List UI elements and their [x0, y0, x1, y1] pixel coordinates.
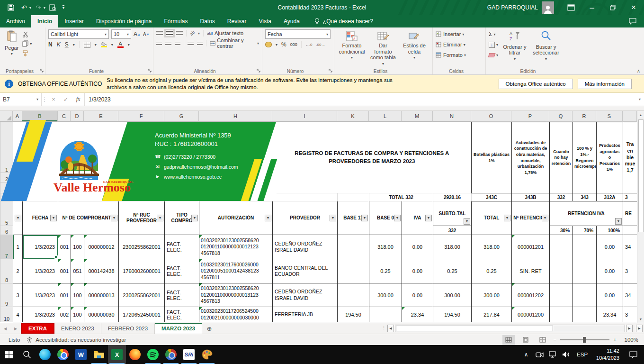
cell[interactable]: FACT. ELEC. — [165, 307, 199, 322]
zoom-out-icon[interactable]: − — [554, 337, 557, 343]
tab-revisar[interactable]: Revisar — [221, 15, 253, 27]
format-as-table-button[interactable]: Dar formato como tabla▾ — [368, 29, 398, 67]
filter-button[interactable]: ▼ — [425, 215, 432, 221]
sheet-nav-right-icon[interactable]: ▶ — [10, 323, 21, 334]
cell[interactable]: FERRETERIA JB — [273, 307, 338, 322]
cell[interactable]: 001 — [58, 283, 71, 307]
code-clipped[interactable]: 3 — [623, 193, 637, 201]
cell[interactable]: 34 — [623, 283, 637, 307]
header-index[interactable]: ▼ — [13, 201, 23, 235]
tab-ayuda[interactable]: Ayuda — [277, 15, 306, 27]
tax-header-clipped[interactable]: Tra en bie mue 1,7 — [623, 122, 637, 193]
report-title[interactable]: REGISTRO DE FACTURAS DE COMPRA Y RETENCI… — [273, 122, 472, 193]
horizontal-scrollbar[interactable] — [395, 325, 625, 332]
align-bottom-icon[interactable] — [176, 31, 183, 36]
cell[interactable] — [338, 235, 369, 259]
zoom-percentage[interactable]: 100% — [621, 337, 638, 343]
ribbon-display-options-icon[interactable] — [561, 0, 581, 15]
taskbar-spotify-icon[interactable] — [144, 345, 162, 364]
code-343[interactable]: 343 — [573, 193, 597, 201]
comments-icon[interactable] — [629, 15, 644, 27]
zoom-slider-thumb[interactable] — [583, 337, 586, 343]
close-button[interactable]: × — [623, 0, 644, 15]
cell[interactable]: 0.25 — [433, 259, 472, 283]
col-R[interactable]: R — [572, 111, 596, 122]
row-header-9[interactable]: 9 — [0, 283, 13, 307]
cell[interactable] — [338, 193, 369, 201]
cell[interactable]: 010320230123002558620 012001100000000012… — [199, 235, 273, 259]
cell[interactable]: 1/3/2023 — [23, 307, 58, 322]
row-header-7[interactable]: 7 — [0, 235, 13, 259]
tray-chevron-up-icon[interactable]: ∧ — [520, 345, 532, 364]
code-343c[interactable]: 343C — [472, 193, 512, 201]
cell[interactable]: CEDEÑO ORDOÑEZ ISRAEL DAVID — [273, 283, 338, 307]
cell[interactable]: 100 — [71, 283, 84, 307]
filter-button[interactable]: ▼ — [191, 215, 198, 221]
col-O[interactable]: O — [471, 111, 511, 122]
select-all-corner[interactable] — [0, 111, 13, 122]
font-size-select[interactable]: 10▾ — [111, 29, 131, 39]
cell[interactable]: 100 — [71, 235, 84, 259]
insert-cells-button[interactable]: Insertar▾ — [436, 30, 466, 38]
taskbar-paint-icon[interactable] — [198, 345, 216, 364]
ret-70-cell[interactable]: 70% — [573, 226, 597, 235]
tab-inicio[interactable]: Inicio — [31, 15, 58, 27]
cell[interactable]: SIN. RET — [512, 259, 550, 283]
header-base0[interactable]: BASE 0▼ — [369, 201, 402, 235]
cell[interactable] — [573, 283, 597, 307]
filter-button[interactable]: ▼ — [265, 215, 271, 221]
taskbar-word-icon[interactable]: W — [72, 345, 90, 364]
cell[interactable]: 3 — [623, 307, 637, 322]
cell[interactable]: 4 — [13, 307, 23, 322]
accessibility-status[interactable]: Accesibilidad: es necesario investigar — [27, 337, 126, 343]
tax-header-microempresa[interactable]: 100 % y 1%.- Regimen microempresa — [573, 122, 597, 193]
cell[interactable]: 300.00 — [433, 283, 472, 307]
copy-icon[interactable]: ▾ — [22, 40, 32, 47]
filter-button[interactable]: ▼ — [542, 215, 548, 221]
align-middle-icon[interactable] — [166, 31, 173, 36]
col-C[interactable]: C — [58, 111, 71, 122]
insert-function-icon[interactable]: fx — [72, 93, 84, 106]
name-box[interactable]: B7▾ — [0, 93, 42, 106]
normal-view-icon[interactable] — [502, 335, 515, 345]
row-header-8[interactable]: 8 — [0, 259, 13, 283]
scroll-up-icon[interactable]: ▲ — [637, 111, 644, 118]
increase-decimal-icon[interactable]: ←.0 — [305, 43, 313, 47]
comma-style-icon[interactable]: 000 — [290, 42, 297, 47]
cell[interactable] — [369, 307, 402, 322]
cell[interactable]: 1760002600001 — [119, 259, 165, 283]
find-select-button[interactable]: Buscar y seleccionar▾ — [531, 29, 561, 67]
cell[interactable]: 000001202 — [512, 283, 550, 307]
header-iva[interactable]: IVA▼ — [402, 201, 433, 235]
col-F[interactable]: F — [118, 111, 164, 122]
tab-datos[interactable]: Datos — [194, 15, 221, 27]
col-A[interactable]: A — [13, 111, 22, 122]
cell[interactable]: FACT. ELEC. — [165, 259, 199, 283]
taskbar-chrome-icon[interactable] — [54, 345, 72, 364]
underline-button[interactable]: S — [65, 41, 69, 48]
cut-icon[interactable] — [22, 30, 32, 38]
delete-cells-button[interactable]: Eliminar▾ — [436, 41, 466, 48]
cell[interactable] — [338, 283, 369, 307]
autosum-icon[interactable]: Σ▾ — [489, 30, 498, 38]
sort-filter-button[interactable]: AZ Ordenar y filtrar▾ — [500, 29, 529, 67]
cell[interactable]: 0.00 — [597, 283, 623, 307]
cell[interactable]: 000001200 — [512, 307, 550, 322]
conditional-formatting-button[interactable]: ≠ Formato condicional▾ — [337, 29, 367, 67]
row-header-6[interactable]: 6 — [0, 226, 13, 235]
total-label-cell[interactable]: TOTAL 332 — [369, 193, 433, 201]
number-format-select[interactable]: Fecha▾ — [265, 29, 331, 39]
orientation-icon[interactable]: ab — [189, 30, 196, 36]
wrap-text-button[interactable]: ab Ajustar texto — [207, 29, 243, 37]
fill-color-icon[interactable] — [101, 42, 107, 47]
save-icon[interactable] — [5, 1, 17, 14]
header-clipped[interactable]: RE — [623, 201, 637, 226]
tell-me-search[interactable]: ¿Qué desea hacer? — [314, 15, 373, 27]
zoom-in-icon[interactable]: + — [613, 337, 617, 343]
cell[interactable]: 3 — [13, 283, 23, 307]
cell[interactable]: 194.50 — [338, 307, 369, 322]
col-S[interactable]: S — [596, 111, 623, 122]
more-info-button[interactable]: Más información — [578, 79, 632, 89]
col-D[interactable]: D — [71, 111, 84, 122]
selected-cell-B7[interactable]: 1/3/2023 — [23, 235, 58, 259]
